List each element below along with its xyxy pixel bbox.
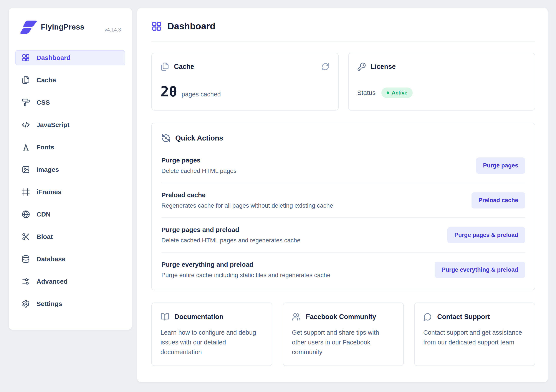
quick-actions-rows: Purge pages Delete cached HTML pages Pur… — [161, 148, 525, 287]
facebook-community-title: Facebook Community — [306, 313, 376, 321]
pages-icon — [22, 76, 30, 84]
qa-row-preload-cache: Preload cache Regenerates cache for all … — [161, 183, 525, 218]
quick-actions-title: Quick Actions — [175, 134, 223, 142]
license-card-header: License — [357, 62, 526, 71]
sidebar-item-bloat[interactable]: Bloat — [15, 229, 125, 244]
facebook-community-card-header: Facebook Community — [292, 313, 395, 321]
sidebar-item-label: Database — [37, 255, 65, 263]
documentation-card-header: Documentation — [161, 313, 263, 321]
qa-row-description: Regenerates cache for all pages without … — [161, 202, 333, 209]
chat-bubble-icon — [423, 313, 432, 321]
app-name: FlyingPress — [41, 23, 85, 31]
letter-a-icon — [22, 143, 30, 151]
cache-card-title: Cache — [174, 63, 194, 71]
sidebar-item-label: iFrames — [37, 188, 62, 196]
qa-row-texts: Purge pages and preload Delete cached HT… — [161, 226, 300, 244]
sliders-icon — [22, 277, 30, 285]
grid-icon — [151, 21, 162, 31]
qa-row-texts: Preload cache Regenerates cache for all … — [161, 191, 333, 209]
sidebar-item-javascript[interactable]: JavaScript — [15, 117, 125, 132]
facebook-community-card[interactable]: Facebook Community Get support and share… — [283, 302, 404, 366]
refresh-icon[interactable] — [321, 62, 330, 71]
contact-support-card-header: Contact Support — [423, 313, 526, 321]
qa-row-title: Purge pages — [161, 157, 237, 164]
app-version: v4.14.3 — [105, 27, 121, 34]
sidebar-nav: Dashboard Cache — [15, 50, 125, 311]
sidebar-item-iframes[interactable]: iFrames — [15, 184, 125, 200]
sidebar-item-css[interactable]: CSS — [15, 95, 125, 110]
license-status-badge: Active — [381, 87, 413, 98]
cache-count-unit: pages cached — [182, 91, 221, 98]
cache-count-row: 20 pages cached — [161, 84, 330, 100]
cache-card-header: Cache — [161, 62, 330, 71]
cache-card: Cache 20 pages cached — [151, 53, 339, 111]
logo-row: FlyingPress v4.14.3 — [15, 20, 125, 34]
sidebar-item-cdn[interactable]: CDN — [15, 207, 125, 222]
qa-row-title: Purge everything and preload — [161, 261, 330, 268]
license-card-title: License — [371, 63, 396, 71]
preload-cache-button[interactable]: Preload cache — [471, 192, 525, 208]
qa-row-purge-pages-preload: Purge pages and preload Delete cached HT… — [161, 218, 525, 253]
flyingpress-logo-icon — [20, 20, 38, 34]
documentation-title: Documentation — [174, 313, 224, 321]
sidebar-item-label: Images — [37, 166, 59, 173]
paint-roller-icon — [22, 98, 30, 107]
page-layout: FlyingPress v4.14.3 Dashboard — [0, 0, 556, 392]
page-header: Dashboard — [151, 21, 535, 31]
qa-row-purge-pages: Purge pages Delete cached HTML pages Pur… — [161, 148, 525, 183]
sidebar-item-images[interactable]: Images — [15, 162, 125, 177]
sidebar-item-advanced[interactable]: Advanced — [15, 274, 125, 289]
sidebar-item-cache[interactable]: Cache — [15, 73, 125, 88]
grid-icon — [22, 54, 30, 62]
sidebar-item-label: Dashboard — [37, 54, 70, 61]
header-divider — [151, 41, 535, 42]
contact-support-title: Contact Support — [437, 313, 490, 321]
quick-actions-header: Quick Actions — [161, 134, 525, 143]
contact-support-card[interactable]: Contact Support Contact support and get … — [414, 302, 535, 366]
documentation-card[interactable]: Documentation Learn how to configure and… — [151, 302, 272, 366]
qa-row-title: Preload cache — [161, 191, 333, 199]
sidebar-item-dashboard[interactable]: Dashboard — [15, 50, 125, 65]
pages-icon — [161, 62, 169, 71]
frame-icon — [22, 188, 30, 196]
qa-row-purge-everything-preload: Purge everything and preload Purge entir… — [161, 253, 525, 287]
users-icon — [292, 313, 301, 321]
sidebar: FlyingPress v4.14.3 Dashboard — [9, 8, 132, 330]
cache-count-value: 20 — [161, 84, 177, 100]
contact-support-description: Contact support and get assistance from … — [423, 328, 526, 347]
license-status-value: Active — [392, 90, 408, 96]
sidebar-item-label: Advanced — [37, 278, 68, 285]
database-icon — [22, 255, 30, 263]
sidebar-item-label: Cache — [37, 77, 56, 84]
qa-row-description: Delete cached HTML pages and regenerates… — [161, 237, 300, 244]
main-panel: Dashboard Cache — [137, 8, 548, 382]
sidebar-item-fonts[interactable]: Fonts — [15, 140, 125, 155]
code-icon — [22, 121, 30, 129]
quick-actions-card: Quick Actions Purge pages Delete cached … — [151, 123, 535, 290]
documentation-description: Learn how to configure and debug issues … — [161, 328, 263, 357]
top-cards: Cache 20 pages cached — [151, 53, 535, 111]
license-status-row: Status Active — [357, 87, 526, 98]
sidebar-item-label: Bloat — [37, 233, 53, 240]
page-title: Dashboard — [167, 21, 216, 31]
license-status-label: Status — [357, 89, 376, 96]
sidebar-item-label: Settings — [37, 300, 62, 307]
qa-row-description: Purge entire cache including static file… — [161, 272, 330, 279]
sidebar-item-label: CSS — [37, 99, 50, 106]
globe-icon — [22, 210, 30, 218]
status-dot-icon — [386, 92, 389, 94]
purge-everything-preload-button[interactable]: Purge everything & preload — [435, 262, 525, 278]
sidebar-item-label: CDN — [37, 211, 51, 218]
help-cards: Documentation Learn how to configure and… — [151, 302, 535, 366]
facebook-community-description: Get support and share tips with other us… — [292, 328, 395, 357]
book-open-icon — [161, 313, 169, 321]
purge-pages-button[interactable]: Purge pages — [476, 157, 525, 174]
refresh-dot-icon — [161, 134, 170, 143]
sidebar-item-label: JavaScript — [37, 121, 70, 129]
key-icon — [357, 62, 366, 71]
gear-icon — [22, 300, 30, 308]
purge-pages-preload-button[interactable]: Purge pages & preload — [448, 227, 525, 243]
sidebar-item-database[interactable]: Database — [15, 252, 125, 267]
qa-row-description: Delete cached HTML pages — [161, 168, 237, 174]
sidebar-item-settings[interactable]: Settings — [15, 296, 125, 311]
